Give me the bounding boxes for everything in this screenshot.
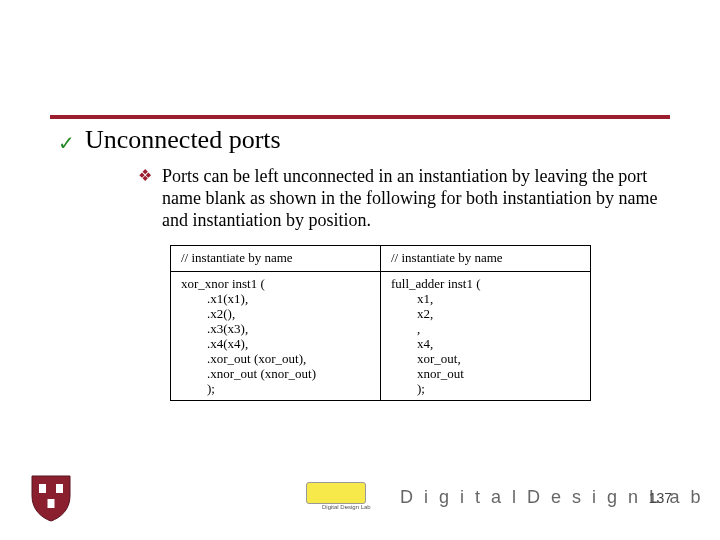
code-line: .xor_out (xor_out), [181, 351, 370, 366]
code-line: ); [391, 381, 580, 396]
cell-left-code: xor_xnor inst1 ( .x1(x1), .x2(), .x3(x3)… [171, 272, 381, 401]
body-text: Ports can be left unconnected in an inst… [162, 165, 670, 231]
diamond-icon: ❖ [138, 165, 152, 231]
code-line: xor_xnor inst1 ( [181, 276, 370, 291]
code-line: x4, [391, 336, 580, 351]
page-number: 137 [649, 490, 672, 506]
top-rule [50, 115, 670, 118]
code-line: full_adder inst1 ( [391, 276, 580, 291]
cell-right-header: // instantiate by name [381, 246, 591, 272]
code-line: .x1(x1), [181, 291, 370, 306]
code-line: , [391, 321, 580, 336]
code-line: ); [181, 381, 370, 396]
footer: Digital Design Lab D i g i t a l D e s i… [0, 466, 720, 522]
code-line: .x4(x4), [181, 336, 370, 351]
heading-text: Unconnected ports [85, 125, 281, 155]
heading-row: ✓ Unconnected ports [58, 125, 670, 155]
check-icon: ✓ [58, 133, 75, 153]
logo-caption: Digital Design Lab [322, 504, 371, 510]
code-line: x1, [391, 291, 580, 306]
code-line: x2, [391, 306, 580, 321]
table-row: xor_xnor inst1 ( .x1(x1), .x2(), .x3(x3)… [171, 272, 591, 401]
body-bullet: ❖ Ports can be left unconnected in an in… [138, 165, 670, 231]
code-line: xor_out, [391, 351, 580, 366]
code-line: .x2(), [181, 306, 370, 321]
code-table: // instantiate by name // instantiate by… [170, 245, 591, 401]
lab-logo-icon: Digital Design Lab [300, 476, 372, 516]
crest-icon [30, 474, 72, 522]
cell-left-header: // instantiate by name [171, 246, 381, 272]
code-line: xnor_out [391, 366, 580, 381]
svg-rect-0 [39, 484, 46, 493]
svg-rect-2 [48, 499, 55, 508]
code-line: .x3(x3), [181, 321, 370, 336]
table-row: // instantiate by name // instantiate by… [171, 246, 591, 272]
cell-right-code: full_adder inst1 ( x1, x2, , x4, xor_out… [381, 272, 591, 401]
svg-rect-1 [56, 484, 63, 493]
chip-icon [306, 482, 366, 504]
slide: ✓ Unconnected ports ❖ Ports can be left … [0, 0, 720, 540]
code-line: .xnor_out (xnor_out) [181, 366, 370, 381]
